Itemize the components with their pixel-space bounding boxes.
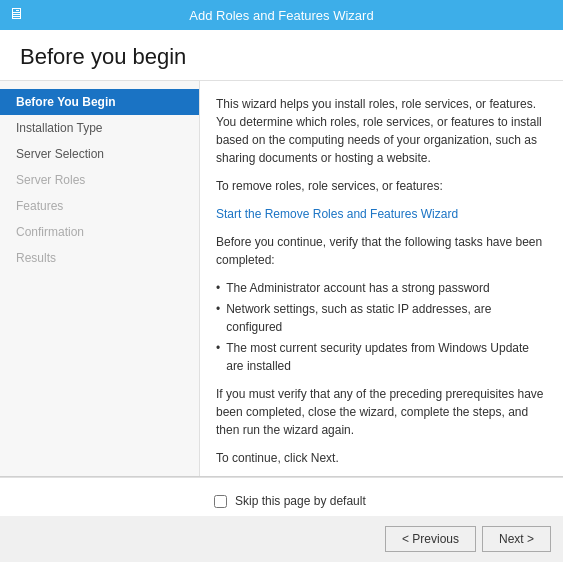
footer-top: Skip this page by default: [0, 477, 563, 516]
skip-checkbox-label[interactable]: Skip this page by default: [214, 486, 547, 516]
bullet-item-2: Network settings, such as static IP addr…: [216, 300, 547, 336]
skip-checkbox[interactable]: [214, 495, 227, 508]
sidebar-item-features: Features: [0, 193, 199, 219]
sidebar-item-server-selection[interactable]: Server Selection: [0, 141, 199, 167]
wizard-container: Before you begin Before You Begin Instal…: [0, 30, 563, 562]
sidebar-item-server-roles: Server Roles: [0, 167, 199, 193]
paragraph-3: If you must verify that any of the prece…: [216, 385, 547, 439]
bullet-item-1: The Administrator account has a strong p…: [216, 279, 547, 297]
remove-paragraph: To remove roles, role services, or featu…: [216, 177, 547, 195]
title-bar: 🖥 Add Roles and Features Wizard: [0, 0, 563, 30]
paragraph-1: This wizard helps you install roles, rol…: [216, 95, 547, 167]
page-title: Before you begin: [20, 44, 186, 70]
paragraph-2: Before you continue, verify that the fol…: [216, 233, 547, 269]
sidebar: Before You Begin Installation Type Serve…: [0, 81, 200, 476]
title-bar-text: Add Roles and Features Wizard: [189, 8, 373, 23]
previous-button[interactable]: < Previous: [385, 526, 476, 552]
sidebar-item-installation-type[interactable]: Installation Type: [0, 115, 199, 141]
wizard-icon: 🖥: [8, 5, 24, 23]
page-title-area: Before you begin: [0, 30, 563, 81]
skip-checkbox-text: Skip this page by default: [235, 494, 366, 508]
sidebar-item-confirmation: Confirmation: [0, 219, 199, 245]
sidebar-item-results: Results: [0, 245, 199, 271]
remove-link[interactable]: Start the Remove Roles and Features Wiza…: [216, 207, 458, 221]
footer-buttons: < Previous Next >: [0, 516, 563, 562]
next-button[interactable]: Next >: [482, 526, 551, 552]
paragraph-4: To continue, click Next.: [216, 449, 547, 467]
bullet-list: The Administrator account has a strong p…: [216, 279, 547, 375]
sidebar-item-before-you-begin[interactable]: Before You Begin: [0, 89, 199, 115]
footer-area: Skip this page by default < Previous Nex…: [0, 476, 563, 562]
bullet-item-3: The most current security updates from W…: [216, 339, 547, 375]
content-area: Before You Begin Installation Type Serve…: [0, 81, 563, 476]
main-content: This wizard helps you install roles, rol…: [200, 81, 563, 476]
